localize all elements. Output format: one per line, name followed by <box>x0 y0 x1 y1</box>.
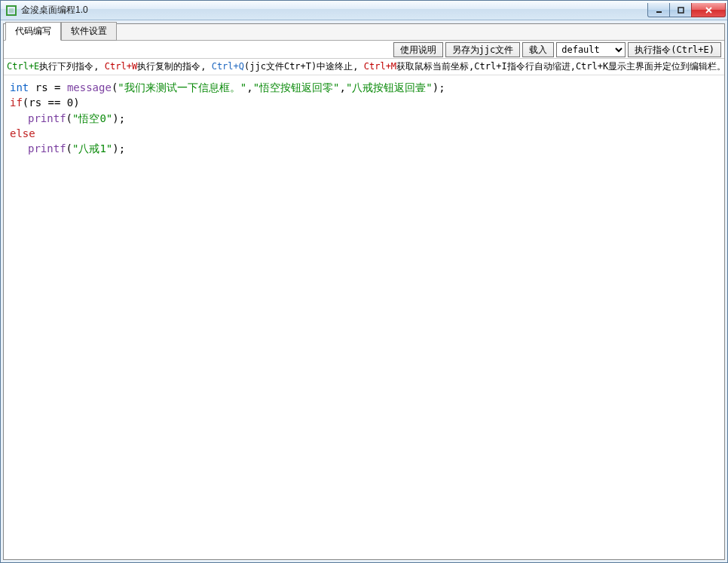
hint-key-2: Ctrl+W <box>105 61 137 72</box>
token-id: rs = <box>29 81 67 93</box>
content-area: 代码编写 软件设置 使用说明 另存为jjc文件 载入 default 执行指令(… <box>3 23 725 560</box>
tabstrip: 代码编写 软件设置 <box>4 24 724 41</box>
token-punc: ); <box>112 112 125 124</box>
token-string: "八戒1" <box>72 142 112 155</box>
window-controls <box>648 3 726 17</box>
load-button[interactable]: 载入 <box>522 42 554 57</box>
token-string: "我们来测试一下信息框。" <box>118 81 246 93</box>
maximize-button[interactable] <box>669 3 692 17</box>
token-punc: ); <box>112 142 125 155</box>
token-punc: ); <box>433 81 445 93</box>
help-button[interactable]: 使用说明 <box>393 42 443 57</box>
hint-key-4: Ctrl+M <box>364 61 396 72</box>
app-icon <box>5 5 17 17</box>
window-title: 金浚桌面编程1.0 <box>21 4 648 17</box>
hint-key-3: Ctrl+Q <box>212 61 244 72</box>
hint-key-1: Ctrl+E <box>7 61 39 72</box>
token-func: message <box>67 81 112 93</box>
token-string: "八戒按钮返回壹" <box>346 81 433 93</box>
hint-text-2: 执行复制的指令, <box>137 61 206 72</box>
token-func: printf <box>28 112 66 124</box>
token-punc: ( <box>66 112 72 124</box>
token-func: printf <box>28 142 66 155</box>
close-button[interactable] <box>691 3 726 17</box>
token-string: "悟空0" <box>72 112 112 124</box>
tab-settings[interactable]: 软件设置 <box>61 22 117 41</box>
token-keyword: if <box>10 96 23 109</box>
tab-code-edit[interactable]: 代码编写 <box>5 22 61 41</box>
token-punc: ( <box>66 142 72 155</box>
token-punc: , <box>339 81 345 93</box>
token-string: "悟空按钮返回零" <box>253 81 340 93</box>
code-editor[interactable]: int rs = message("我们来测试一下信息框。","悟空按钮返回零"… <box>4 75 724 559</box>
hint-text-1: 执行下列指令, <box>39 61 99 72</box>
token-keyword: else <box>10 127 35 139</box>
profile-select[interactable]: default <box>556 42 626 57</box>
minimize-button[interactable] <box>647 3 670 17</box>
svg-rect-3 <box>678 8 684 13</box>
token-cond: (rs == 0) <box>23 96 80 109</box>
hint-bar: Ctrl+E执行下列指令, Ctrl+W执行复制的指令, Ctrl+Q(jjc文… <box>4 59 724 75</box>
run-button[interactable]: 执行指令(Ctrl+E) <box>628 42 721 57</box>
toolbar: 使用说明 另存为jjc文件 载入 default 执行指令(Ctrl+E) <box>4 41 724 59</box>
application-window: 金浚桌面编程1.0 代码编写 软件设置 使用说明 另存为jjc文件 载入 def… <box>0 0 728 563</box>
hint-text-4: 获取鼠标当前坐标,Ctrl+I指令行自动缩进,Ctrl+K显示主界面并定位到编辑… <box>396 61 724 72</box>
saveas-button[interactable]: 另存为jjc文件 <box>445 42 521 57</box>
hint-text-3: (jjc文件Ctr+T)中途终止, <box>244 61 358 72</box>
titlebar[interactable]: 金浚桌面编程1.0 <box>1 1 727 20</box>
token-punc: , <box>246 81 252 93</box>
svg-rect-1 <box>9 8 14 13</box>
token-type: int <box>10 81 29 93</box>
